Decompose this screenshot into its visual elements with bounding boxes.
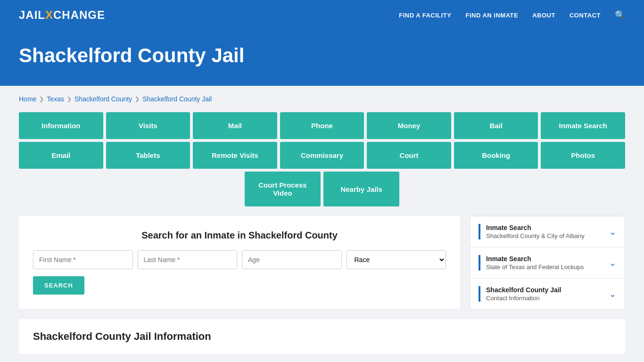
chevron-down-icon: ⌄ (609, 289, 616, 299)
breadcrumb-link-shackelford-county[interactable]: Shackelford County (74, 95, 132, 103)
info-section: Shackelford County Jail Information (19, 319, 625, 354)
nav-item-find-facility[interactable]: FIND A FACILITY (399, 12, 451, 19)
tab-remote-visits[interactable]: Remote Visits (193, 142, 277, 169)
page-title: Shackelford County Jail (19, 44, 625, 67)
nav-item-about[interactable]: ABOUT (532, 12, 555, 19)
sidebar-item-1[interactable]: Inmate SearchState of Texas and Federal … (470, 247, 625, 279)
age-input[interactable] (242, 250, 342, 269)
chevron-down-icon: ⌄ (609, 258, 616, 268)
hero-banner: Shackelford County Jail (0, 30, 644, 86)
tab-court-process-video[interactable]: Court Process Video (245, 172, 321, 206)
tab-booking[interactable]: Booking (454, 142, 538, 169)
tab-money[interactable]: Money (367, 112, 451, 139)
tab-nearby-jails[interactable]: Nearby Jails (323, 172, 399, 206)
sidebar-item-subtitle: Contact Information (486, 295, 561, 302)
search-heading: Search for an Inmate in Shackelford Coun… (33, 230, 446, 241)
main-layout: Search for an Inmate in Shackelford Coun… (19, 216, 625, 310)
breadcrumb-separator: ❯ (135, 96, 140, 102)
tab-inmate-search[interactable]: Inmate Search (541, 112, 625, 139)
tabs-row-3: Court Process VideoNearby Jails (245, 172, 399, 206)
logo[interactable]: JAILXCHANGE (19, 8, 105, 22)
tab-visits[interactable]: Visits (106, 112, 190, 139)
sidebar-item-subtitle: Shackelford County & City of Albany (486, 232, 585, 239)
breadcrumb-link-home[interactable]: Home (19, 95, 36, 103)
breadcrumb-separator: ❯ (67, 96, 72, 102)
tab-photos[interactable]: Photos (541, 142, 625, 169)
first-name-input[interactable] (33, 250, 133, 269)
nav-item-find-inmate[interactable]: FIND AN INMATE (465, 12, 518, 19)
tabs-row-2: EmailTabletsRemote VisitsCommissaryCourt… (19, 142, 625, 169)
tab-tablets[interactable]: Tablets (106, 142, 190, 169)
sidebar-card: Inmate SearchShackelford County & City o… (470, 216, 625, 310)
tabs-row-1: InformationVisitsMailPhoneMoneyBailInmat… (19, 112, 625, 139)
info-heading: Shackelford County Jail Information (33, 330, 611, 343)
tabs-grid: InformationVisitsMailPhoneMoneyBailInmat… (19, 112, 625, 206)
sidebar-item-title: Inmate Search (486, 224, 585, 231)
breadcrumb-separator: ❯ (39, 96, 44, 102)
sidebar-item-bar (479, 255, 480, 271)
breadcrumb-link-texas[interactable]: Texas (47, 95, 64, 103)
tab-phone[interactable]: Phone (280, 112, 364, 139)
tab-commissary[interactable]: Commissary (280, 142, 364, 169)
header: JAILXCHANGE FIND A FACILITYFIND AN INMAT… (0, 0, 644, 30)
content-area: Home❯Texas❯Shackelford County❯Shackelfor… (0, 86, 644, 362)
search-box: Search for an Inmate in Shackelford Coun… (19, 216, 460, 309)
nav: FIND A FACILITYFIND AN INMATEABOUTCONTAC… (399, 10, 625, 20)
breadcrumb: Home❯Texas❯Shackelford County❯Shackelfor… (19, 95, 625, 103)
sidebar-item-subtitle: State of Texas and Federal Lockups (486, 263, 584, 271)
search-icon[interactable]: 🔍 (615, 10, 625, 20)
logo-jail: JAIL (19, 8, 45, 22)
race-select[interactable]: Race White Black Hispanic Asian Other (347, 250, 446, 269)
chevron-down-icon: ⌄ (609, 227, 616, 237)
sidebar-item-0[interactable]: Inmate SearchShackelford County & City o… (470, 216, 625, 247)
sidebar-item-bar (479, 286, 480, 302)
last-name-input[interactable] (138, 250, 238, 269)
sidebar-item-title: Shackelford County Jail (486, 286, 561, 294)
search-fields: Race White Black Hispanic Asian Other (33, 250, 446, 269)
tab-information[interactable]: Information (19, 112, 103, 139)
sidebar: Inmate SearchShackelford County & City o… (470, 216, 625, 310)
tab-email[interactable]: Email (19, 142, 103, 169)
tab-bail[interactable]: Bail (454, 112, 538, 139)
nav-item-contact[interactable]: CONTACT (570, 12, 601, 19)
search-button[interactable]: SEARCH (33, 276, 84, 295)
sidebar-item-2[interactable]: Shackelford County JailContact Informati… (470, 279, 625, 309)
tab-court[interactable]: Court (367, 142, 451, 169)
sidebar-item-title: Inmate Search (486, 255, 584, 263)
breadcrumb-link-shackelford-county-jail[interactable]: Shackelford County Jail (142, 95, 212, 103)
tab-mail[interactable]: Mail (193, 112, 277, 139)
logo-x: X (45, 8, 53, 22)
sidebar-item-bar (479, 224, 480, 239)
logo-exchange: CHANGE (53, 8, 105, 22)
